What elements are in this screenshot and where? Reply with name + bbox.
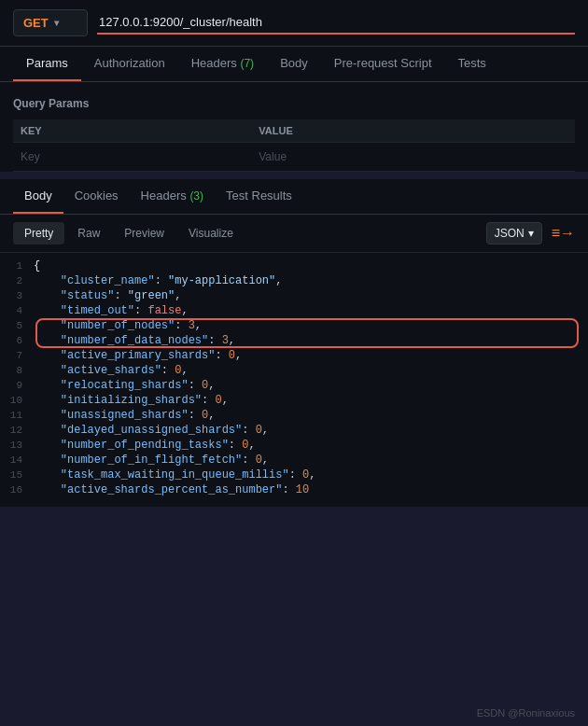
code-line: 3 "status": "green",: [0, 288, 588, 303]
section-title-query-params: Query Params: [13, 91, 575, 116]
resp-tab-body[interactable]: Body: [13, 179, 63, 214]
view-btn-pretty[interactable]: Pretty: [13, 222, 64, 244]
response-tabs: Body Cookies Headers (3) Test Results: [0, 179, 588, 215]
tab-tests[interactable]: Tests: [445, 47, 499, 81]
highlight-group: 5 "number_of_nodes": 3,6 "number_of_data…: [0, 318, 588, 348]
key-placeholder[interactable]: Key: [13, 143, 251, 172]
format-select[interactable]: JSON ▾: [486, 222, 542, 244]
code-line: 4 "timed_out": false,: [0, 303, 588, 318]
tab-pre-request[interactable]: Pre-request Script: [321, 47, 445, 81]
resp-tab-headers[interactable]: Headers (3): [130, 179, 215, 214]
code-line: 14 "number_of_in_flight_fetch": 0,: [0, 453, 588, 468]
tab-body-request[interactable]: Body: [267, 47, 321, 81]
value-placeholder[interactable]: Value: [251, 143, 575, 172]
format-label: JSON: [495, 227, 525, 240]
code-line: 8 "active_shards": 0,: [0, 363, 588, 378]
url-input-wrapper: [97, 11, 575, 35]
tab-authorization[interactable]: Authorization: [81, 47, 178, 81]
code-block: 1{2 "cluster_name": "my-application",3 "…: [0, 253, 588, 507]
code-line: 12 "delayed_unassigned_shards": 0,: [0, 423, 588, 438]
resp-tab-cookies[interactable]: Cookies: [63, 179, 130, 214]
url-input[interactable]: [97, 11, 575, 35]
code-line: 11 "unassigned_shards": 0,: [0, 408, 588, 423]
url-bar: GET ▾: [0, 0, 588, 47]
code-line: 13 "number_of_pending_tasks": 0,: [0, 438, 588, 453]
code-line: 2 "cluster_name": "my-application",: [0, 273, 588, 288]
response-section: Body Cookies Headers (3) Test Results Pr…: [0, 179, 588, 507]
code-line: 6 "number_of_data_nodes": 3,: [0, 333, 588, 348]
view-btn-preview[interactable]: Preview: [113, 222, 175, 244]
method-select[interactable]: GET ▾: [13, 9, 88, 36]
chevron-down-icon: ▾: [54, 18, 59, 28]
code-line: 9 "relocating_shards": 0,: [0, 378, 588, 393]
format-chevron-icon: ▾: [528, 227, 534, 240]
headers-badge: (7): [240, 57, 254, 70]
tab-headers[interactable]: Headers (7): [178, 47, 267, 81]
col-value: VALUE: [251, 119, 575, 143]
resp-headers-badge: (3): [189, 189, 203, 202]
code-line: 1{: [0, 258, 588, 273]
view-btn-raw[interactable]: Raw: [66, 222, 111, 244]
request-tabs: Params Authorization Headers (7) Body Pr…: [0, 47, 588, 82]
table-row: Key Value: [13, 143, 575, 172]
code-line: 16 "active_shards_percent_as_number": 10: [0, 482, 588, 497]
view-btn-visualize[interactable]: Visualize: [177, 222, 245, 244]
wrap-icon[interactable]: ≡→: [552, 225, 575, 242]
code-line: 5 "number_of_nodes": 3,: [0, 318, 588, 333]
watermark: ESDN @Roninaxious: [477, 707, 575, 719]
resp-tab-test-results[interactable]: Test Results: [215, 179, 303, 214]
method-label: GET: [23, 16, 49, 30]
code-line: 7 "active_primary_shards": 0,: [0, 348, 588, 363]
code-line: 15 "task_max_waiting_in_queue_millis": 0…: [0, 468, 588, 482]
params-table: KEY VALUE Key Value: [13, 119, 575, 172]
view-row: Pretty Raw Preview Visualize JSON ▾ ≡→: [0, 215, 588, 253]
code-line: 10 "initializing_shards": 0,: [0, 393, 588, 408]
col-key: KEY: [13, 119, 251, 143]
query-params-section: Query Params KEY VALUE Key Value: [0, 82, 588, 172]
tab-params[interactable]: Params: [13, 47, 81, 81]
